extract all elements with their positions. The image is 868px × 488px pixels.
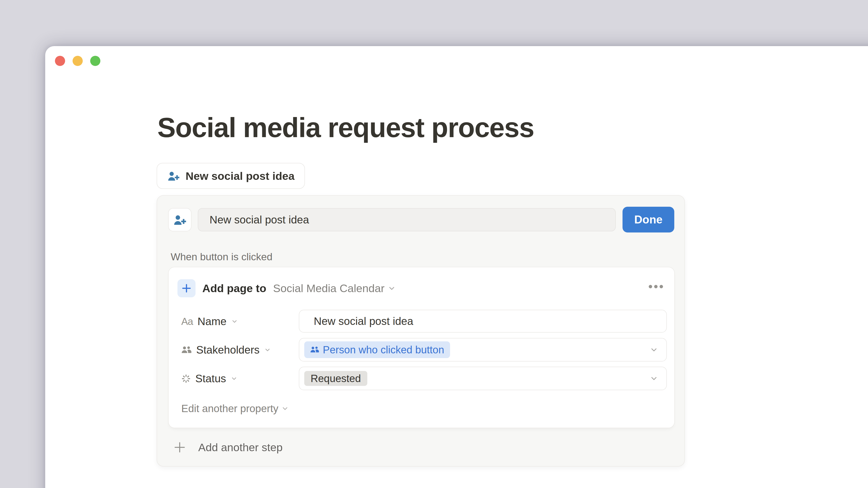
property-label-stakeholders[interactable]: Stakeholders <box>181 344 271 356</box>
page-title: Social media request process <box>157 111 534 144</box>
button-name-input[interactable] <box>198 208 616 231</box>
chevron-down-icon[interactable] <box>650 375 658 382</box>
ellipsis-icon <box>649 285 652 288</box>
person-plus-icon <box>173 214 187 226</box>
ellipsis-icon <box>659 285 663 288</box>
status-chip[interactable]: Requested <box>304 371 367 386</box>
chevron-down-icon <box>265 347 271 353</box>
chevron-down-icon <box>231 318 238 324</box>
stakeholders-value-field[interactable]: Person who clicked button <box>299 338 667 361</box>
done-button[interactable]: Done <box>622 207 674 232</box>
people-icon <box>310 346 319 354</box>
name-value-input[interactable] <box>299 315 648 327</box>
more-options-button[interactable] <box>649 285 663 288</box>
status-spinner-icon <box>181 374 191 383</box>
target-database-select[interactable]: Social Media Calendar <box>273 282 395 295</box>
close-button[interactable] <box>55 56 65 66</box>
plus-icon <box>181 283 192 293</box>
button-icon-tile[interactable] <box>168 208 191 231</box>
new-social-post-button[interactable]: New social post idea <box>157 163 305 189</box>
app-window: Social media request process New social … <box>45 46 868 488</box>
property-label-name[interactable]: Aa Name <box>181 315 238 328</box>
action-label: Add page to <box>202 282 266 295</box>
add-another-step-button[interactable]: Add another step <box>174 441 283 454</box>
plus-icon <box>174 442 186 453</box>
edit-another-property-button[interactable]: Edit another property <box>181 402 288 415</box>
chevron-down-icon <box>388 285 395 292</box>
chevron-down-icon <box>231 376 237 382</box>
text-property-icon: Aa <box>181 316 193 327</box>
person-plus-icon <box>167 170 180 182</box>
trigger-caption: When button is clicked <box>170 251 272 263</box>
window-controls <box>55 56 100 66</box>
ellipsis-icon <box>654 285 657 288</box>
step-card: Add page to Social Media Calendar Aa Nam… <box>168 267 675 428</box>
minimize-button[interactable] <box>72 56 83 66</box>
status-value-field[interactable]: Requested <box>299 367 667 390</box>
property-label-status[interactable]: Status <box>181 372 237 385</box>
people-icon <box>181 346 192 355</box>
zoom-button[interactable] <box>90 56 100 66</box>
chevron-down-icon <box>282 405 288 412</box>
button-automation-panel: Done When button is clicked Add page to … <box>157 195 685 466</box>
target-database-name: Social Media Calendar <box>273 282 384 295</box>
add-page-row: Add page to Social Media Calendar <box>178 279 395 297</box>
name-value-field[interactable] <box>299 310 667 332</box>
person-chip[interactable]: Person who clicked button <box>304 341 450 358</box>
add-page-icon-tile[interactable] <box>178 279 195 297</box>
button-label: New social post idea <box>186 170 294 182</box>
chevron-down-icon[interactable] <box>650 346 658 354</box>
